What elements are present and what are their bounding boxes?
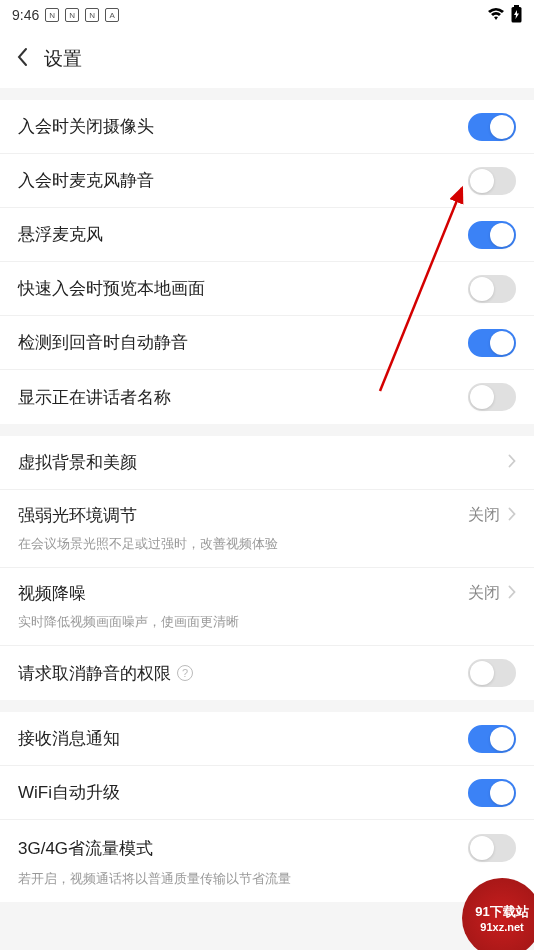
toggle-knob: [470, 661, 494, 685]
row-label: 检测到回音时自动静音: [18, 331, 188, 354]
row-label: 3G/4G省流量模式: [18, 837, 153, 860]
toggle-switch[interactable]: [468, 834, 516, 862]
settings-row: 显示正在讲话者名称: [0, 370, 534, 424]
toggle-switch[interactable]: [468, 659, 516, 687]
settings-row: 入会时麦克风静音: [0, 154, 534, 208]
status-icon: A: [105, 8, 119, 22]
status-left: 9:46 N N N A: [12, 7, 119, 23]
wifi-icon: [487, 7, 505, 24]
settings-section: 虚拟背景和美颜强弱光环境调节关闭在会议场景光照不足或过强时，改善视频体验视频降噪…: [0, 436, 534, 700]
row-right: [468, 329, 516, 357]
row-right: [468, 834, 516, 862]
row-right: [468, 167, 516, 195]
row-right: [468, 383, 516, 411]
toggle-knob: [470, 385, 494, 409]
toggle-knob: [490, 727, 514, 751]
toggle-knob: [470, 836, 494, 860]
settings-row: 入会时关闭摄像头: [0, 100, 534, 154]
settings-row[interactable]: 强弱光环境调节关闭在会议场景光照不足或过强时，改善视频体验: [0, 490, 534, 568]
status-icon: N: [45, 8, 59, 22]
svg-rect-0: [514, 5, 519, 7]
toggle-knob: [470, 169, 494, 193]
row-label: 快速入会时预览本地画面: [18, 277, 205, 300]
page-title: 设置: [44, 46, 82, 72]
row-label: 强弱光环境调节: [18, 504, 137, 527]
status-time: 9:46: [12, 7, 39, 23]
row-subtitle: 实时降低视频画面噪声，使画面更清晰: [18, 613, 516, 631]
settings-row: WiFi自动升级: [0, 766, 534, 820]
row-subtitle: 若开启，视频通话将以普通质量传输以节省流量: [18, 870, 516, 888]
toggle-switch[interactable]: [468, 113, 516, 141]
row-right: [468, 113, 516, 141]
settings-row: 快速入会时预览本地画面: [0, 262, 534, 316]
chevron-right-icon: [508, 454, 516, 472]
row-label: 悬浮麦克风: [18, 223, 103, 246]
row-label: 入会时关闭摄像头: [18, 115, 154, 138]
settings-row: 接收消息通知: [0, 712, 534, 766]
header: 设置: [0, 30, 534, 88]
row-label: 接收消息通知: [18, 727, 120, 750]
row-label: 入会时麦克风静音: [18, 169, 154, 192]
toggle-switch[interactable]: [468, 221, 516, 249]
status-icon: N: [65, 8, 79, 22]
toggle-knob: [490, 331, 514, 355]
row-value: 关闭: [468, 583, 500, 604]
status-icon: N: [85, 8, 99, 22]
row-label: WiFi自动升级: [18, 781, 120, 804]
settings-row: 请求取消静音的权限?: [0, 646, 534, 700]
settings-section: 接收消息通知WiFi自动升级3G/4G省流量模式若开启，视频通话将以普通质量传输…: [0, 712, 534, 902]
toggle-switch[interactable]: [468, 383, 516, 411]
settings-row: 悬浮麦克风: [0, 208, 534, 262]
toggle-knob: [490, 115, 514, 139]
row-subtitle: 在会议场景光照不足或过强时，改善视频体验: [18, 535, 516, 553]
row-right: 关闭: [468, 505, 516, 526]
row-label: 显示正在讲话者名称: [18, 386, 171, 409]
toggle-knob: [490, 781, 514, 805]
back-icon[interactable]: [16, 47, 28, 71]
toggle-switch[interactable]: [468, 167, 516, 195]
row-right: [468, 659, 516, 687]
status-bar: 9:46 N N N A: [0, 0, 534, 30]
settings-row[interactable]: 视频降噪关闭实时降低视频画面噪声，使画面更清晰: [0, 568, 534, 646]
toggle-switch[interactable]: [468, 779, 516, 807]
row-right: [468, 779, 516, 807]
toggle-switch[interactable]: [468, 725, 516, 753]
chevron-right-icon: [508, 585, 516, 603]
settings-row[interactable]: 虚拟背景和美颜: [0, 436, 534, 490]
chevron-right-icon: [508, 507, 516, 525]
watermark-url: 91xz.net: [480, 921, 523, 933]
row-right: [468, 275, 516, 303]
settings-row: 检测到回音时自动静音: [0, 316, 534, 370]
row-label: 视频降噪: [18, 582, 86, 605]
watermark-brand: 91下载站: [475, 903, 528, 921]
battery-icon: [511, 5, 522, 26]
row-label: 请求取消静音的权限?: [18, 662, 193, 685]
row-right: [508, 454, 516, 472]
row-right: [468, 221, 516, 249]
toggle-knob: [470, 277, 494, 301]
settings-section: 入会时关闭摄像头入会时麦克风静音悬浮麦克风快速入会时预览本地画面检测到回音时自动…: [0, 100, 534, 424]
status-right: [487, 5, 522, 26]
help-icon[interactable]: ?: [177, 665, 193, 681]
row-right: 关闭: [468, 583, 516, 604]
toggle-switch[interactable]: [468, 329, 516, 357]
settings-row: 3G/4G省流量模式若开启，视频通话将以普通质量传输以节省流量: [0, 820, 534, 902]
toggle-knob: [490, 223, 514, 247]
row-label: 虚拟背景和美颜: [18, 451, 137, 474]
toggle-switch[interactable]: [468, 275, 516, 303]
row-value: 关闭: [468, 505, 500, 526]
row-right: [468, 725, 516, 753]
